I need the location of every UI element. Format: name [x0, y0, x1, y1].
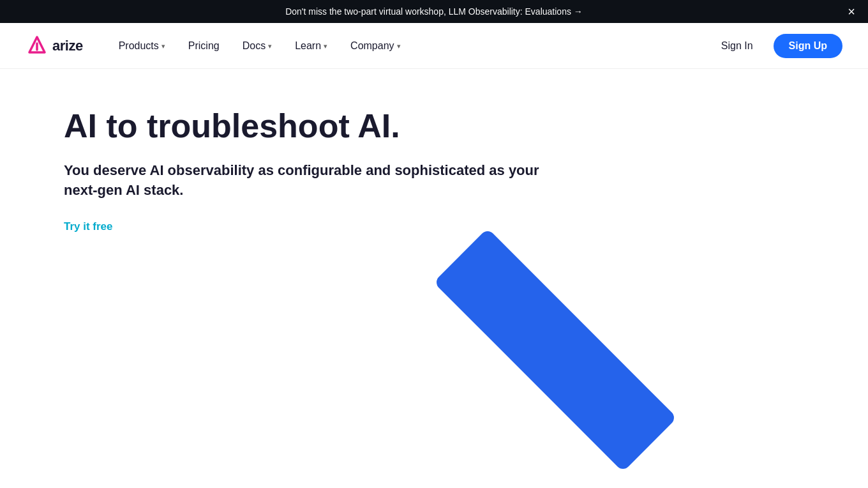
logo-text: arize — [52, 38, 83, 54]
logo-icon — [26, 34, 49, 57]
chevron-down-icon: ▾ — [397, 42, 401, 50]
hero-illustration — [402, 184, 721, 478]
navbar: arize Products ▾ Pricing Docs ▾ Learn ▾ … — [0, 23, 868, 69]
nav-item-docs[interactable]: Docs ▾ — [232, 35, 282, 57]
try-free-link[interactable]: Try it free — [64, 220, 113, 233]
hero-title: AI to troubleshoot AI. — [64, 107, 511, 146]
nav-links: Products ▾ Pricing Docs ▾ Learn ▾ Compan… — [108, 35, 711, 57]
blue-diagonal-bar — [433, 228, 677, 472]
chevron-down-icon: ▾ — [161, 42, 165, 50]
nav-right: Sign In Sign Up — [711, 34, 842, 58]
logo[interactable]: arize — [26, 34, 83, 57]
announcement-text: Don't miss the two-part virtual workshop… — [285, 6, 583, 17]
close-announcement-button[interactable]: × — [848, 5, 855, 18]
sign-up-button[interactable]: Sign Up — [774, 34, 842, 58]
announcement-bar: Don't miss the two-part virtual workshop… — [0, 0, 868, 23]
nav-item-products[interactable]: Products ▾ — [108, 35, 176, 57]
hero-subtitle: You deserve AI observability as configur… — [64, 161, 549, 201]
sign-in-button[interactable]: Sign In — [711, 35, 763, 57]
nav-item-pricing[interactable]: Pricing — [178, 35, 230, 57]
chevron-down-icon: ▾ — [324, 42, 327, 50]
hero-section: AI to troubleshoot AI. You deserve AI ob… — [0, 69, 868, 478]
chevron-down-icon: ▾ — [268, 42, 272, 50]
nav-item-company[interactable]: Company ▾ — [340, 35, 410, 57]
nav-item-learn[interactable]: Learn ▾ — [285, 35, 338, 57]
